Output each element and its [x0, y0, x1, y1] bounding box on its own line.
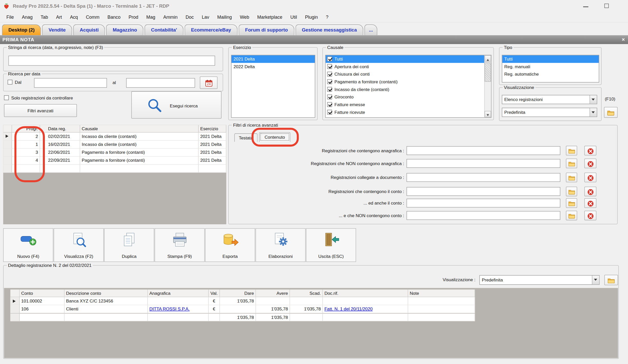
filter-folder-button[interactable] [566, 198, 577, 208]
filter-folder-button[interactable] [566, 211, 577, 220]
menu-tab[interactable]: Tab [37, 12, 52, 22]
col-causale[interactable]: Causale [80, 125, 199, 133]
filter-folder-button[interactable] [566, 187, 577, 196]
causale-item-fatture-emesse[interactable]: Fatture emesse [326, 101, 484, 109]
esegui-ricerca-button[interactable]: Esegui ricerca [131, 91, 222, 118]
col-anagrafica[interactable]: Anagrafica [148, 290, 209, 297]
checkbox-checked-icon[interactable] [327, 56, 332, 61]
tab-more[interactable]: ... [364, 24, 377, 35]
filter-non-conto-input[interactable] [407, 211, 560, 220]
visualizzazione-combo[interactable]: Elenco registrazioni [502, 95, 597, 104]
filtri-avanzati-button[interactable]: Filtri avanzati [4, 104, 77, 117]
filter-clear-button[interactable] [584, 211, 596, 220]
col-val[interactable]: Val. [209, 290, 220, 297]
dettaglio-vis-combo[interactable]: Predefinita [479, 275, 600, 285]
esporta-button[interactable]: Esporta [205, 228, 255, 262]
col-esercizio[interactable]: Esercizio [199, 125, 226, 133]
col-conto[interactable]: Conto [20, 290, 65, 297]
table-row[interactable]: 101.00002 Banca XYZ C/C 123456 € 1'035,7… [11, 297, 475, 305]
menu-prod[interactable]: Prod [125, 12, 142, 22]
filter-folder-button[interactable] [566, 159, 577, 168]
anagrafica-link[interactable]: DITTA ROSSI S.P.A. [149, 306, 190, 311]
menu-mag[interactable]: Mag [142, 12, 159, 22]
col-scad[interactable]: Scad. [290, 290, 323, 297]
tab-vendite[interactable]: Vendite [42, 24, 72, 35]
restore-button[interactable] [597, 0, 615, 12]
docrif-link[interactable]: Fatt. N. 1 del 20/11/2020 [325, 306, 373, 311]
filter-anche-conto-input[interactable] [407, 199, 560, 207]
menu-help[interactable]: ? [322, 12, 332, 22]
menu-art[interactable]: Art [52, 12, 66, 22]
visualizza-button[interactable]: Visualizza (F2) [54, 228, 104, 262]
table-row[interactable]: 3 22/06/2021 Pagamento a fornitore (cont… [3, 149, 226, 157]
menu-doc[interactable]: Doc [181, 12, 198, 22]
filter-clear-button[interactable] [584, 173, 596, 182]
duplica-button[interactable]: Duplica [104, 228, 154, 262]
tab-acquisti[interactable]: Acquisti [73, 24, 105, 35]
tab-testata[interactable]: Testata [234, 133, 258, 142]
filter-clear-button[interactable] [584, 187, 596, 196]
filter-clear-button[interactable] [584, 198, 596, 208]
menu-comm[interactable]: Comm [82, 12, 103, 22]
stampa-button[interactable]: Stampa (F9) [155, 228, 205, 262]
col-avere[interactable]: Avere [256, 290, 290, 297]
table-row[interactable]: 106 Clienti DITTA ROSSI S.P.A. € 1'035,7… [11, 305, 475, 313]
table-row[interactable]: 4 22/09/2021 Pagamento a fornitore (cont… [3, 157, 226, 165]
col-dare[interactable]: Dare [220, 290, 256, 297]
col-note[interactable]: Note [408, 290, 475, 297]
filter-non-anagrafica-input[interactable] [407, 159, 560, 168]
solo-registrazioni-checkbox[interactable] [4, 95, 9, 100]
tab-contabilita[interactable]: Contabilita' [145, 24, 183, 35]
col-data-reg[interactable]: Data reg. [40, 125, 80, 133]
close-icon[interactable]: × [622, 35, 625, 44]
menu-mailing[interactable]: Mailing [213, 12, 236, 22]
dal-checkbox[interactable] [8, 80, 13, 85]
menu-marketplace[interactable]: Marketplace [253, 12, 286, 22]
menu-lav[interactable]: Lav [198, 12, 213, 22]
checkbox-checked-icon[interactable] [327, 79, 332, 84]
uscita-button[interactable]: Uscita (ESC) [306, 228, 356, 262]
search-input[interactable] [8, 56, 215, 66]
causale-scrollbar[interactable] [484, 55, 491, 117]
tab-contenuto[interactable]: Contenuto [259, 132, 290, 142]
table-row[interactable]: 1 16/02/2021 Incasso da cliente (contant… [3, 140, 226, 148]
menu-plugin[interactable]: Plugin [301, 12, 322, 22]
causale-item-chiusura[interactable]: Chiusura dei conti [326, 70, 484, 78]
checkbox-checked-icon[interactable] [327, 72, 332, 77]
scroll-down-icon[interactable] [485, 111, 491, 117]
checkbox-checked-icon[interactable] [327, 95, 332, 99]
checkbox-checked-icon[interactable] [327, 110, 332, 115]
causale-item-tutti[interactable]: Tutti [326, 55, 484, 63]
menu-acq[interactable]: Acq [66, 12, 82, 22]
menu-web[interactable]: Web [236, 12, 253, 22]
tab-messaggistica[interactable]: Gestione messaggistica [296, 24, 363, 35]
causale-item-pagamento[interactable]: Pagamento a fornitore (contanti) [326, 78, 484, 86]
filter-clear-button[interactable] [584, 146, 596, 156]
predefinita-combo[interactable]: Predefinita [502, 108, 597, 117]
tab-magazzino[interactable]: Magazzino [106, 24, 144, 35]
menu-util[interactable]: Util [286, 12, 301, 22]
filter-folder-button[interactable] [566, 173, 577, 182]
checkbox-checked-icon[interactable] [327, 102, 332, 107]
date-to-input[interactable] [126, 78, 195, 88]
chevron-down-icon[interactable] [590, 108, 597, 117]
calendar-button[interactable]: 24 [200, 76, 218, 89]
table-row[interactable]: 2 02/02/2021 Incasso da cliente (contant… [3, 133, 226, 140]
filter-folder-button[interactable] [566, 146, 577, 156]
checkbox-checked-icon[interactable] [327, 87, 332, 92]
tipo-item-tutti[interactable]: Tutti [502, 55, 599, 63]
menu-banco[interactable]: Banco [104, 12, 125, 22]
causale-item-giroconto[interactable]: Giroconto [326, 93, 484, 101]
checkbox-checked-icon[interactable] [327, 64, 332, 69]
menu-ammin[interactable]: Ammin [159, 12, 181, 22]
col-docrif[interactable]: Doc.rif. [323, 290, 408, 297]
filter-anagrafica-input[interactable] [407, 146, 560, 155]
scrollbar-thumb[interactable] [485, 63, 491, 82]
scroll-up-icon[interactable] [485, 55, 491, 62]
menu-file[interactable]: File [2, 12, 18, 22]
filter-documento-input[interactable] [407, 173, 560, 182]
dettaglio-folder-button[interactable] [604, 275, 618, 285]
col-progr[interactable]: Progr. [12, 125, 40, 133]
chevron-down-icon[interactable] [590, 95, 597, 104]
tipo-item-manuali[interactable]: Reg. manuali [502, 63, 599, 70]
